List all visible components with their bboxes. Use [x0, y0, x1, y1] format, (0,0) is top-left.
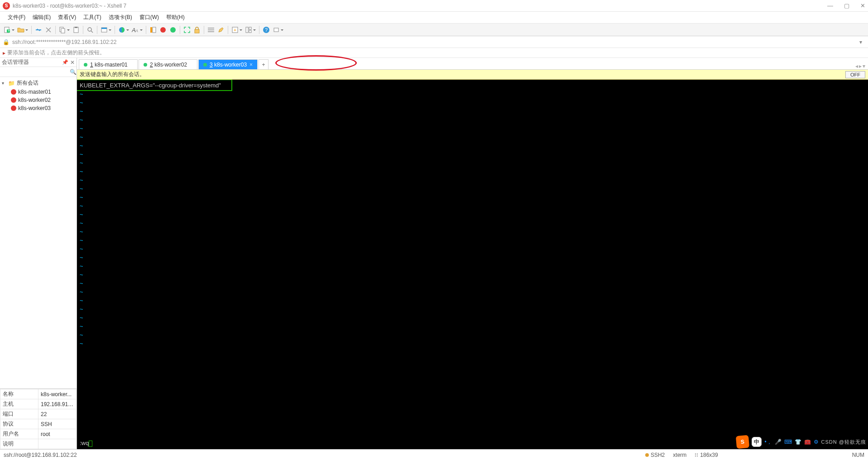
log-button[interactable] — [206, 25, 216, 35]
minimize-button[interactable]: — — [827, 2, 833, 9]
status-dot-icon — [144, 63, 147, 67]
svg-point-16 — [170, 27, 176, 33]
layout-button[interactable] — [244, 25, 257, 35]
menu-help[interactable]: 帮助(H) — [163, 12, 188, 23]
ime-toolbox-icon[interactable]: 🧰 — [804, 439, 811, 445]
menu-edit[interactable]: 编辑(E) — [29, 12, 54, 23]
sogou-ime-icon[interactable]: S — [736, 435, 749, 449]
ime-lang-button[interactable]: 中 — [752, 437, 762, 447]
tree-root[interactable]: ▾ 📁 所有会话 — [1, 78, 76, 88]
folder-icon: 📁 — [8, 80, 15, 86]
menu-tabs[interactable]: 选项卡(B) — [106, 12, 135, 23]
sidebar-close-button[interactable]: ✕ — [70, 59, 75, 66]
tab-master01[interactable]: 1 k8s-master01 — [79, 59, 138, 69]
status-dot-icon — [203, 63, 207, 67]
prop-key: 名称 — [0, 389, 38, 399]
status-caps: NUM — [852, 452, 864, 458]
tab-worker03[interactable]: 3 k8s-worker03 × — [198, 59, 258, 69]
ime-skin-icon[interactable]: 👕 — [795, 439, 801, 445]
session-item-worker02[interactable]: k8s-worker02 — [1, 96, 76, 104]
session-item-worker03[interactable]: k8s-worker03 — [1, 104, 76, 112]
sidebar-header: 会话管理器 📌 ✕ — [0, 58, 77, 67]
address-dropdown[interactable]: ▾ — [856, 37, 865, 47]
svg-rect-4 — [61, 29, 65, 33]
session-icon — [11, 89, 16, 95]
more-button[interactable] — [272, 25, 284, 35]
session-label: k8s-worker02 — [18, 97, 51, 103]
script-button[interactable]: + — [230, 25, 243, 35]
tree-root-label: 所有会话 — [17, 79, 38, 87]
menu-tools[interactable]: 工具(T) — [80, 12, 104, 23]
prop-val: 192.168.91.... — [38, 399, 77, 409]
svg-rect-19 — [208, 29, 214, 30]
ime-keyboard-icon[interactable]: ⌨ — [784, 439, 792, 445]
maximize-button[interactable]: ▢ — [844, 2, 849, 9]
broadcast-off-button[interactable]: OFF — [845, 71, 865, 78]
sidebar-search: 🔍 — [0, 67, 77, 77]
svg-point-7 — [88, 28, 91, 31]
pin-icon[interactable]: 📌 — [62, 59, 68, 65]
tray-overlay: S 中 •， 🎤 ⌨ 👕 🧰 ⚙ CSDN @轻欲无痕 — [736, 436, 866, 448]
svg-point-15 — [160, 27, 166, 33]
hint-bar: ▸ 要添加当前会话，点击左侧的箭头按钮。 — [0, 48, 868, 58]
broadcast-text: 发送键盘输入的所有会话。 — [80, 71, 145, 78]
tab-worker02[interactable]: 2 k8s-worker02 — [139, 59, 197, 69]
help-button[interactable]: ? — [262, 25, 271, 35]
font-button[interactable]: AA — [131, 25, 144, 35]
stop-button[interactable] — [158, 25, 168, 35]
ime-settings-icon[interactable]: ⚙ — [814, 439, 819, 445]
status-term: xterm — [673, 452, 686, 458]
status-connection: ssh://root@192.168.91.102:22 — [4, 452, 77, 458]
new-session-button[interactable]: + — [3, 25, 15, 35]
hint-text: 要添加当前会话，点击左侧的箭头按钮。 — [7, 49, 105, 57]
properties-button[interactable] — [100, 25, 112, 35]
collapse-icon[interactable]: ▾ — [2, 81, 6, 86]
color-scheme-button[interactable] — [117, 25, 130, 35]
session-manager-toggle[interactable] — [149, 25, 158, 35]
svg-rect-20 — [208, 31, 214, 32]
copy-button[interactable] — [58, 25, 71, 35]
ime-punct-icon[interactable]: •， — [764, 438, 772, 446]
svg-text:?: ? — [265, 27, 268, 33]
ime-mic-icon[interactable]: 🎤 — [775, 439, 782, 445]
sidebar-title: 会话管理器 — [2, 58, 29, 66]
highlight-button[interactable] — [216, 25, 225, 35]
svg-text:+: + — [234, 28, 236, 33]
prop-val: k8s-worker... — [38, 389, 77, 399]
tab-next-button[interactable]: ▸ — [859, 63, 862, 69]
menu-window[interactable]: 窗口(W) — [136, 12, 162, 23]
broadcast-bar: 发送键盘输入的所有会话。 OFF — [77, 70, 868, 80]
tab-strip: 1 k8s-master01 2 k8s-worker02 3 k8s-work… — [77, 58, 868, 70]
menu-view[interactable]: 查看(V) — [55, 12, 79, 23]
find-button[interactable] — [86, 25, 95, 35]
prop-key: 用户名 — [0, 429, 38, 439]
tab-list-button[interactable]: ▾ — [863, 63, 865, 69]
disconnect-button[interactable] — [44, 25, 53, 35]
terminal[interactable]: KUBELET_EXTRA_ARGS="--cgroup-driver=syst… — [77, 80, 868, 449]
svg-rect-18 — [208, 28, 214, 29]
tab-prev-button[interactable]: ◂ — [855, 63, 858, 69]
svg-rect-9 — [101, 28, 107, 29]
terminal-line: KUBELET_EXTRA_ARGS="--cgroup-driver=syst… — [80, 82, 221, 89]
reconnect-button[interactable] — [34, 25, 43, 35]
lock-button[interactable] — [192, 25, 201, 35]
paste-button[interactable] — [72, 25, 81, 35]
svg-rect-24 — [249, 27, 251, 29]
sidebar-search-input[interactable] — [2, 69, 70, 75]
search-icon[interactable]: 🔍 — [70, 69, 77, 75]
tab-close-icon[interactable]: × — [249, 62, 253, 68]
menu-file[interactable]: 文件(F) — [5, 12, 29, 23]
session-manager-panel: 会话管理器 📌 ✕ 🔍 ▾ 📁 所有会话 k8s-master01 k8s-wo… — [0, 58, 77, 449]
session-icon — [11, 105, 16, 111]
address-text[interactable]: ssh://root:**************@192.168.91.102… — [12, 39, 116, 45]
prop-key: 协议 — [0, 419, 38, 429]
status-dot-icon — [84, 63, 87, 67]
toolbar: + AA + ? — [0, 24, 868, 36]
fullscreen-button[interactable] — [182, 25, 192, 35]
session-item-master01[interactable]: k8s-master01 — [1, 88, 76, 96]
new-tab-button[interactable]: + — [259, 59, 269, 69]
close-button[interactable]: ✕ — [860, 2, 865, 9]
session-tree: ▾ 📁 所有会话 k8s-master01 k8s-worker02 k8s-w… — [0, 77, 77, 388]
open-session-button[interactable] — [16, 25, 29, 35]
start-button[interactable] — [168, 25, 177, 35]
